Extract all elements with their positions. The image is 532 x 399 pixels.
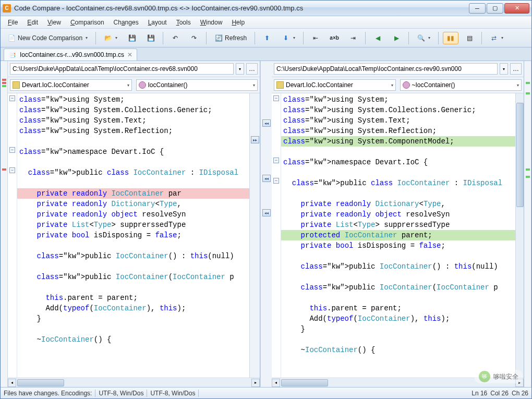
right-overview-gutter[interactable] [524, 61, 531, 387]
swap-button[interactable]: ⇄▾ [486, 32, 507, 44]
save-all-button[interactable]: 💾 [143, 32, 159, 44]
right-path-browse[interactable]: … [510, 63, 522, 75]
code-line[interactable] [17, 240, 249, 251]
code-line[interactable]: } [17, 313, 249, 324]
right-path-input[interactable] [274, 63, 498, 75]
redo-button[interactable]: ↷ [186, 32, 202, 44]
left-path-browse[interactable]: … [246, 63, 258, 75]
code-line[interactable]: class="kw">using System; [281, 94, 515, 105]
code-line[interactable]: class="kw">using System.Text; [281, 115, 515, 126]
code-line[interactable]: class="kw">using System.Collections.Gene… [281, 105, 515, 115]
code-line[interactable] [17, 282, 249, 293]
right-code-editor[interactable]: class="kw">using System;class="kw">using… [281, 93, 515, 378]
code-line[interactable]: class="kw">public IocContainer(IocContai… [281, 282, 515, 293]
left-member-combo[interactable]: IocContainer()▾ [136, 79, 258, 91]
vscroll-thumb[interactable] [516, 103, 524, 207]
code-line[interactable]: ~IocContainer() { [281, 345, 515, 355]
menu-view[interactable]: View [43, 18, 65, 27]
menu-comparison[interactable]: Comparison [66, 18, 108, 27]
fold-toggle[interactable]: − [9, 147, 15, 153]
hscroll-thumb[interactable] [17, 379, 64, 386]
code-line[interactable] [281, 251, 515, 261]
fold-toggle[interactable]: − [273, 158, 279, 163]
nav-arrow-left-2[interactable]: ◂◂ [262, 175, 271, 182]
menu-changes[interactable]: Changes [110, 18, 143, 27]
code-line[interactable]: private List<Type> supprerssedType [17, 220, 249, 230]
code-line[interactable]: protected IocContainer parent; [281, 230, 515, 240]
left-fold-column[interactable]: − − − [8, 93, 17, 378]
code-line[interactable]: class="kw">public IocContainer(IocContai… [17, 272, 249, 282]
code-line[interactable]: private readonly Dictionary<Type, [281, 199, 515, 209]
minimize-button[interactable]: ─ [469, 3, 486, 14]
menu-file[interactable]: File [4, 18, 22, 27]
code-line[interactable] [17, 157, 249, 167]
titlebar[interactable]: C Code Compare - IocContainer.cs-rev68.s… [1, 1, 531, 16]
compare-tokens-button[interactable]: a×b [327, 32, 342, 44]
scroll-left-button[interactable]: ◂ [8, 379, 16, 387]
refresh-button[interactable]: 🔄 Refresh [211, 32, 250, 44]
code-line[interactable]: this.parent = parent; [281, 303, 515, 313]
undo-button[interactable]: ↶ [167, 32, 183, 44]
code-line[interactable] [281, 167, 515, 178]
menu-help[interactable]: Help [227, 18, 249, 27]
find-button[interactable]: 🔍▾ [413, 32, 434, 44]
code-line[interactable] [281, 272, 515, 282]
left-path-dropdown[interactable]: ▾ [236, 63, 244, 75]
scroll-left-button[interactable]: ◂ [272, 379, 280, 387]
next-diff-button[interactable]: ⬇▾ [278, 32, 299, 44]
prev-diff-button[interactable]: ⬆ [259, 32, 275, 44]
code-line[interactable]: Add(typeof(IocContainer), this); [281, 313, 515, 324]
fold-toggle[interactable]: − [273, 178, 279, 184]
nav-arrow-left-3[interactable]: ◂◂ [262, 209, 271, 216]
tab-close-button[interactable]: ✕ [127, 51, 132, 58]
right-class-combo[interactable]: Devart.IoC.IocContainer▾ [274, 79, 396, 91]
code-line[interactable] [17, 324, 249, 334]
code-line[interactable]: class="kw">public class IocContainer : I… [17, 167, 249, 178]
code-line[interactable]: class="kw">using System; [17, 94, 249, 105]
right-path-dropdown[interactable]: ▾ [500, 63, 508, 75]
code-line[interactable] [281, 147, 515, 157]
save-button[interactable]: 💾 [124, 32, 140, 44]
hscroll-thumb[interactable] [281, 379, 328, 386]
fold-toggle[interactable]: − [9, 167, 15, 173]
left-class-combo[interactable]: Devart.IoC.IocContainer▾ [10, 79, 132, 91]
code-line[interactable]: private List<Type> supprerssedType [281, 220, 515, 230]
fold-toggle[interactable]: − [273, 95, 279, 101]
merge-right-button[interactable]: ▶ [389, 32, 404, 44]
code-line[interactable]: private readonly IocContainer par [17, 188, 249, 199]
scroll-right-button[interactable]: ▸ [251, 379, 260, 387]
code-line[interactable]: private bool isDisposing = false; [281, 240, 515, 251]
menu-window[interactable]: Window [196, 18, 227, 27]
left-overview-gutter[interactable] [1, 61, 8, 387]
fold-toggle[interactable]: − [9, 95, 15, 101]
code-line[interactable]: class="kw">namespace Devart.IoC { [17, 147, 249, 157]
code-line[interactable]: } [281, 324, 515, 334]
menu-tools[interactable]: Tools [172, 18, 195, 27]
code-line[interactable]: this.parent = parent; [17, 293, 249, 303]
new-comparison-button[interactable]: 📄 New Code Comparison ▾ [4, 32, 91, 44]
code-line[interactable]: class="kw">public IocContainer() : this(… [281, 261, 515, 272]
maximize-button[interactable]: ▢ [487, 3, 503, 14]
code-line[interactable] [17, 261, 249, 272]
menu-layout[interactable]: Layout [144, 18, 171, 27]
code-line[interactable]: class="kw">using System.Collections.Gene… [17, 105, 249, 115]
code-line[interactable]: private readonly Dictionary<Type, [17, 199, 249, 209]
menu-edit[interactable]: Edit [23, 18, 42, 27]
document-tab[interactable]: 📑 IocContainer.cs-r...v90.svn000.tmp.cs … [4, 49, 137, 61]
right-member-combo[interactable]: ~IocContainer()▾ [400, 79, 522, 91]
code-line[interactable]: private readonly object resolveSyn [17, 209, 249, 220]
left-hscroll[interactable]: ◂ ▸ [8, 378, 260, 387]
merge-left-button[interactable]: ◀ [370, 32, 385, 44]
code-line[interactable] [281, 188, 515, 199]
left-path-input[interactable] [10, 63, 234, 75]
right-fold-column[interactable]: − − − [272, 93, 281, 378]
copy-right-button[interactable]: ⇥ [345, 32, 361, 44]
code-line[interactable]: class="kw">namespace Devart.IoC { [281, 157, 515, 167]
code-line[interactable]: class="kw">public class IocContainer : I… [281, 178, 515, 188]
code-line[interactable]: ~IocContainer() { [17, 334, 249, 345]
over-under-button[interactable]: ▤ [462, 32, 477, 44]
code-line[interactable]: class="kw">public IocContainer() : this(… [17, 251, 249, 261]
code-line[interactable] [281, 293, 515, 303]
open-button[interactable]: 📂▾ [100, 32, 121, 44]
nav-arrow-right[interactable]: ▸▸ [251, 136, 259, 143]
